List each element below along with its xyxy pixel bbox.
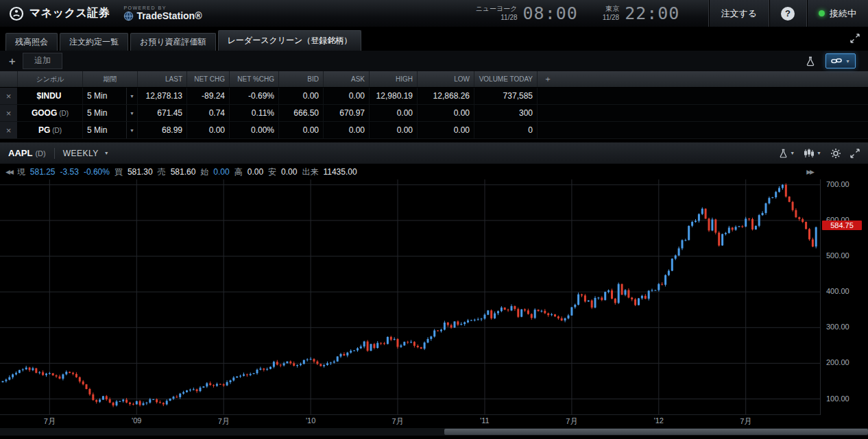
radar-table-body: × $INDU 5 Min ▼12,878.13-89.24-0.69%0.00… (0, 88, 868, 139)
link-symbol-button[interactable]: ▼ (825, 53, 856, 68)
expand-window-icon[interactable] (850, 34, 860, 46)
remove-row-button[interactable]: × (0, 105, 18, 121)
chart-scrollbar[interactable] (0, 427, 868, 436)
chevron-down-icon[interactable]: ▼ (126, 122, 137, 138)
column-header[interactable]: シンボル (18, 71, 83, 87)
value-cell: 0.00 (418, 122, 474, 138)
value-cell: 0.11% (230, 105, 279, 121)
table-row[interactable]: × $INDU 5 Min ▼12,878.13-89.24-0.69%0.00… (0, 88, 868, 105)
symbol-cell[interactable]: PG (D) (18, 122, 83, 138)
clock-tokyo: 東京 11/28 22:00 (603, 3, 680, 23)
order-button[interactable]: 注文する (708, 0, 769, 27)
quote-bid: 581.30 (128, 167, 153, 177)
chart-settings-button[interactable] (830, 148, 841, 159)
column-header[interactable]: NET %CHG (230, 71, 279, 87)
time-tick-label: 7月 (560, 416, 583, 427)
symbol-label: GOOG (32, 108, 57, 118)
symbol-cell[interactable]: GOOG (D) (18, 105, 83, 121)
period-cell[interactable]: 5 Min ▼ (83, 105, 138, 121)
remove-row-button[interactable]: × (0, 122, 18, 138)
period-cell[interactable]: 5 Min ▼ (83, 122, 138, 138)
price-tick-label: 100.00 (826, 394, 849, 403)
quote-volume: 11435.00 (323, 167, 357, 177)
value-cell: 0.00 (370, 122, 418, 138)
tab-1[interactable]: 注文約定一覧 (60, 33, 128, 51)
chevron-down-icon: ▼ (790, 151, 795, 155)
quote-label-current: 現 (17, 166, 25, 178)
column-header[interactable]: 期間 (83, 71, 138, 87)
world-clocks: ニューヨーク 11/28 08:00 東京 11/28 22:00 (476, 3, 680, 23)
value-cell: 0.00 (324, 122, 370, 138)
brand-name: マネックス証券 (29, 6, 110, 21)
table-row[interactable]: × PG (D) 5 Min ▼68.990.000.00%0.000.000.… (0, 122, 868, 139)
column-header[interactable]: LAST (138, 71, 187, 87)
fast-forward-icon[interactable]: ▶▶ (806, 168, 813, 175)
chevron-down-icon: ▼ (845, 59, 850, 64)
clock-newyork: ニューヨーク 11/28 08:00 (476, 3, 578, 23)
chart-style-flask-button[interactable]: ▼ (779, 149, 795, 158)
chevron-down-icon[interactable]: ▼ (104, 151, 109, 155)
quote-label-high: 高 (234, 166, 243, 178)
column-header[interactable]: BID (279, 71, 324, 87)
tab-3[interactable]: レーダースクリーン（登録銘柄） (218, 30, 362, 51)
table-row[interactable]: × GOOG (D) 5 Min ▼671.450.740.11%666.506… (0, 105, 868, 122)
symbol-cell[interactable]: $INDU (18, 88, 83, 104)
symbol-label: PG (38, 125, 50, 135)
price-tick-label: 200.00 (826, 358, 849, 366)
chevron-down-icon: ▼ (817, 151, 821, 155)
chevron-down-icon[interactable]: ▼ (126, 88, 137, 104)
time-tick-label: 7月 (386, 416, 409, 427)
flask-icon (779, 149, 788, 158)
clock-date: 11/28 (603, 14, 619, 23)
chart-type-button[interactable]: ▼ (804, 149, 821, 158)
brand: マネックス証券 (0, 5, 118, 22)
value-cell: 0.00 (324, 88, 370, 104)
chevron-down-icon[interactable]: ▼ (126, 105, 137, 121)
remove-row-button[interactable]: × (0, 88, 18, 104)
column-header[interactable]: HIGH (370, 71, 418, 87)
tab-bar: 残高照会注文約定一覧お預り資産評価額レーダースクリーン（登録銘柄） (0, 27, 868, 51)
last-price-badge: 584.75 (822, 221, 862, 230)
add-symbol-button[interactable]: 追加 (23, 53, 62, 69)
help-button[interactable]: ? (769, 0, 806, 27)
connected-dot-icon (819, 10, 825, 16)
add-column-button[interactable]: ＋ (538, 71, 558, 87)
value-cell: 12,980.19 (370, 88, 418, 104)
value-cell: 12,868.26 (418, 88, 474, 104)
interval-selector[interactable]: WEEKLY (63, 149, 99, 158)
value-cell: 12,878.13 (138, 88, 187, 104)
expand-chart-icon[interactable] (850, 149, 860, 158)
value-cell: -0.69% (230, 88, 279, 104)
time-axis: 7月'097月'107月'117月'127月 (0, 415, 820, 427)
chart-symbol: AAPL (8, 148, 32, 158)
period-cell[interactable]: 5 Min ▼ (83, 88, 138, 104)
time-tick-label: 7月 (212, 416, 235, 427)
link-icon (831, 57, 842, 65)
column-header[interactable]: VOLUME TODAY (474, 71, 538, 87)
value-cell: 0.00 (279, 122, 324, 138)
quote-low: 0.00 (281, 167, 297, 177)
column-header[interactable]: NET CHG (187, 71, 230, 87)
rewind-icon[interactable]: ◀◀ (5, 168, 12, 175)
add-symbol-icon[interactable]: ＋ (7, 55, 17, 68)
chart-body: 100.00200.00300.00400.00500.00600.00700.… (0, 179, 868, 415)
time-tick-label: 7月 (38, 416, 61, 427)
clock-date: 11/28 (476, 14, 518, 23)
column-header[interactable]: ASK (324, 71, 370, 87)
tab-0[interactable]: 残高照会 (5, 33, 58, 51)
quote-current: 581.25 (30, 167, 56, 177)
tab-2[interactable]: お預り資産評価額 (130, 33, 216, 51)
value-cell: 666.50 (279, 105, 324, 121)
price-axis[interactable]: 100.00200.00300.00400.00500.00600.00700.… (820, 179, 868, 415)
symbol-suffix: (D) (59, 110, 69, 117)
price-chart[interactable] (0, 179, 820, 415)
style-flask-button[interactable] (804, 55, 817, 68)
value-cell: 671.45 (138, 105, 187, 121)
connection-status[interactable]: 接続中 (806, 0, 868, 27)
header-spacer (0, 71, 18, 87)
column-header[interactable]: LOW (418, 71, 474, 87)
help-icon: ? (781, 7, 795, 21)
scrollbar-thumb[interactable] (444, 429, 868, 435)
quote-change: -3.53 (60, 167, 79, 177)
quote-label-open: 始 (200, 166, 208, 178)
